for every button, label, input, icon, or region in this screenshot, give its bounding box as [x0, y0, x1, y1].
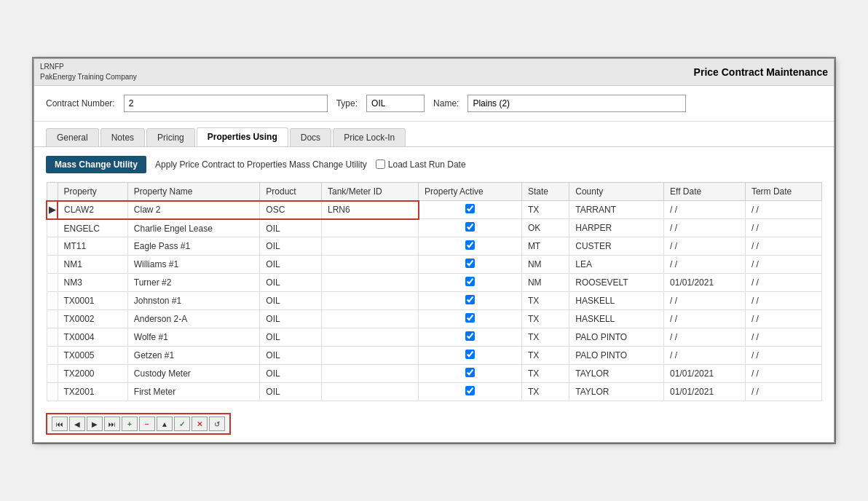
- cell-tank-meter: [322, 328, 419, 347]
- cell-active[interactable]: [419, 292, 522, 310]
- cell-active[interactable]: [419, 383, 522, 401]
- col-state-header: State: [521, 182, 569, 201]
- cell-property: TX0001: [58, 292, 127, 310]
- table-row[interactable]: TX0004Wolfe #1OILTXPALO PINTO/ // /: [47, 328, 822, 347]
- row-indicator: [47, 219, 58, 237]
- tab-general[interactable]: General: [46, 128, 99, 146]
- contract-number-input[interactable]: [124, 95, 328, 112]
- cell-active[interactable]: [419, 274, 522, 292]
- tab-notes[interactable]: Notes: [100, 128, 145, 146]
- cell-eff-date: / /: [664, 310, 746, 328]
- cell-term-date: / /: [745, 219, 821, 237]
- nav-add-button[interactable]: +: [122, 417, 138, 431]
- tab-price-lock-in[interactable]: Price Lock-In: [333, 128, 406, 146]
- table-row[interactable]: ENGELCCharlie Engel LeaseOILOKHARPER/ //…: [47, 219, 822, 237]
- row-indicator: [47, 310, 58, 328]
- col-property-name-header: Property Name: [127, 182, 260, 201]
- cell-tank-meter: [322, 365, 419, 383]
- cell-county: CUSTER: [569, 237, 664, 256]
- cell-property: NM3: [58, 274, 127, 292]
- nav-up-button[interactable]: ▲: [157, 417, 173, 431]
- table-row[interactable]: TX0005Getzen #1OILTXPALO PINTO/ // /: [47, 347, 822, 365]
- cell-eff-date: 01/01/2021: [664, 365, 746, 383]
- toolbar-description: Apply Price Contract to Properties Mass …: [155, 159, 367, 170]
- cell-active[interactable]: [419, 256, 522, 274]
- table-row[interactable]: ▶CLAW2Claw 2OSCLRN6TXTARRANT/ // /: [47, 201, 822, 219]
- cell-property-name: Wolfe #1: [127, 328, 260, 347]
- row-indicator: [47, 292, 58, 310]
- cell-state: TX: [521, 347, 569, 365]
- row-indicator: ▶: [47, 201, 58, 219]
- bottom-area: ⏮ ◀ ▶ ⏭ + − ▲ ✓ ✕ ↺: [34, 410, 834, 442]
- table-row[interactable]: NM1Williams #1OILNMLEA/ // /: [47, 256, 822, 274]
- cell-product: OIL: [260, 237, 322, 256]
- table-row[interactable]: TX0002Anderson 2-AOILTXHASKELL/ // /: [47, 310, 822, 328]
- table-row[interactable]: TX2001First MeterOILTXTAYLOR01/01/2021/ …: [47, 383, 822, 401]
- load-last-run-label: Load Last Run Date: [376, 159, 466, 170]
- tab-pricing[interactable]: Pricing: [146, 128, 195, 146]
- col-active-header: Property Active: [419, 182, 522, 201]
- cell-active[interactable]: [419, 201, 522, 219]
- nav-cancel-button[interactable]: ✕: [192, 417, 208, 431]
- type-input[interactable]: [366, 95, 425, 112]
- tabs-container: General Notes Pricing Properties Using D…: [34, 122, 834, 147]
- cell-tank-meter: [322, 383, 419, 401]
- cell-eff-date: 01/01/2021: [664, 383, 746, 401]
- cell-term-date: / /: [745, 274, 821, 292]
- name-label: Name:: [433, 98, 459, 109]
- cell-county: HASKELL: [569, 310, 664, 328]
- properties-table: Property Property Name Product Tank/Mete…: [46, 182, 822, 402]
- cell-product: OIL: [260, 292, 322, 310]
- cell-active[interactable]: [419, 219, 522, 237]
- cell-active[interactable]: [419, 347, 522, 365]
- nav-next-button[interactable]: ▶: [87, 417, 103, 431]
- nav-delete-button[interactable]: −: [139, 417, 155, 431]
- cell-term-date: / /: [745, 365, 821, 383]
- cell-term-date: / /: [745, 256, 821, 274]
- cell-property-name: Claw 2: [127, 201, 260, 219]
- cell-product: OIL: [260, 328, 322, 347]
- type-label: Type:: [336, 98, 358, 109]
- cell-term-date: / /: [745, 237, 821, 256]
- cell-state: TX: [521, 328, 569, 347]
- col-product-header: Product: [260, 182, 322, 201]
- cell-active[interactable]: [419, 365, 522, 383]
- tab-docs[interactable]: Docs: [290, 128, 331, 146]
- cell-property-name: Johnston #1: [127, 292, 260, 310]
- cell-state: TX: [521, 201, 569, 219]
- title-bar: LRNFP PakEnergy Training Company Price C…: [34, 59, 834, 86]
- cell-active[interactable]: [419, 310, 522, 328]
- cell-property-name: Eagle Pass #1: [127, 237, 260, 256]
- col-indicator-header: [47, 182, 58, 201]
- table-row[interactable]: NM3Turner #2OILNMROOSEVELT01/01/2021/ /: [47, 274, 822, 292]
- cell-property: ENGELC: [58, 219, 127, 237]
- cell-property: CLAW2: [58, 201, 127, 219]
- row-indicator: [47, 256, 58, 274]
- cell-tank-meter: [322, 292, 419, 310]
- table-row[interactable]: TX2000Custody MeterOILTXTAYLOR01/01/2021…: [47, 365, 822, 383]
- cell-term-date: / /: [745, 292, 821, 310]
- cell-product: OIL: [260, 256, 322, 274]
- nav-prev-button[interactable]: ◀: [69, 417, 85, 431]
- cell-county: ROOSEVELT: [569, 274, 664, 292]
- cell-active[interactable]: [419, 237, 522, 256]
- tab-properties-using[interactable]: Properties Using: [197, 127, 288, 146]
- cell-active[interactable]: [419, 328, 522, 347]
- name-input[interactable]: [467, 95, 686, 112]
- load-last-run-checkbox[interactable]: [376, 159, 385, 169]
- mass-change-button[interactable]: Mass Change Utility: [46, 156, 146, 173]
- cell-property: TX2000: [58, 365, 127, 383]
- nav-save-button[interactable]: ✓: [174, 417, 190, 431]
- cell-property: MT11: [58, 237, 127, 256]
- cell-product: OIL: [260, 310, 322, 328]
- nav-last-button[interactable]: ⏭: [104, 417, 120, 431]
- nav-first-button[interactable]: ⏮: [52, 417, 68, 431]
- row-indicator: [47, 328, 58, 347]
- table-row[interactable]: MT11Eagle Pass #1OILMTCUSTER/ // /: [47, 237, 822, 256]
- nav-refresh-button[interactable]: ↺: [209, 417, 225, 431]
- nav-toolbar: ⏮ ◀ ▶ ⏭ + − ▲ ✓ ✕ ↺: [46, 413, 231, 435]
- table-row[interactable]: TX0001Johnston #1OILTXHASKELL/ // /: [47, 292, 822, 310]
- cell-state: MT: [521, 237, 569, 256]
- cell-product: OSC: [260, 201, 322, 219]
- cell-term-date: / /: [745, 347, 821, 365]
